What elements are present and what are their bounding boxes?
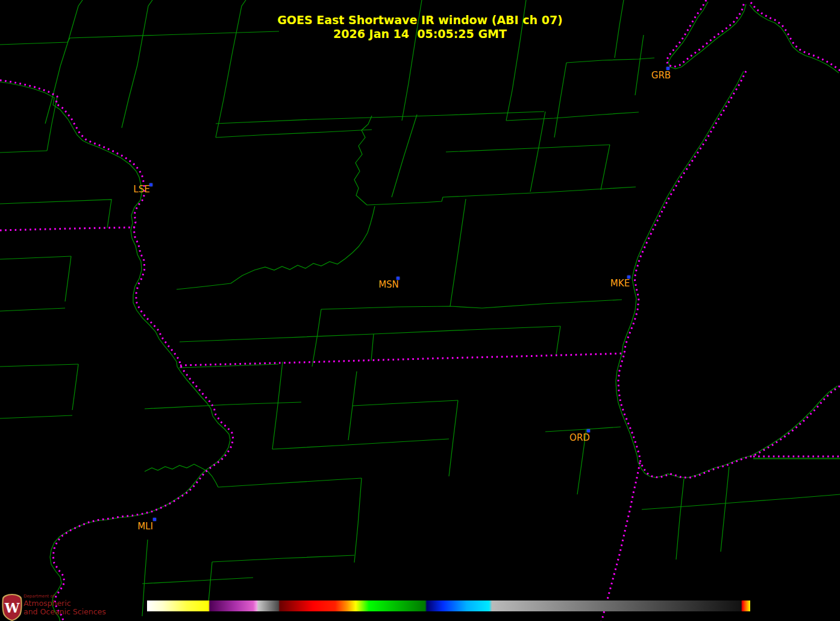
county-line [321, 300, 622, 309]
county-line [545, 427, 621, 432]
county-line [554, 63, 566, 137]
satellite-map [0, 0, 840, 621]
city-label-msn: MSN [378, 279, 399, 290]
city-label-ord: ORD [569, 432, 590, 443]
county-line [145, 464, 218, 487]
county-line [0, 256, 71, 259]
county-line [142, 578, 253, 584]
lake-michigan-shore-county-line [616, 71, 838, 478]
county-line [180, 326, 560, 342]
mississippi-river-border-county-line [0, 81, 230, 621]
mississippi-river-border [0, 80, 233, 621]
county-line [676, 479, 684, 560]
county-line [642, 494, 840, 509]
county-line [635, 35, 644, 95]
county-line [506, 112, 639, 121]
county-line [556, 326, 560, 355]
lake-michigan-shore [618, 71, 840, 478]
county-line [212, 555, 354, 562]
county-line [371, 334, 374, 361]
county-line [216, 112, 544, 124]
county-line [601, 145, 610, 190]
il-in-border [601, 462, 640, 621]
county-line [367, 187, 636, 205]
image-title: GOES East Shortwave IR window (ABI ch 07… [0, 13, 840, 27]
county-line [450, 199, 466, 306]
county-line [179, 364, 278, 368]
county-line [0, 151, 47, 153]
county-boundaries [0, 0, 840, 621]
county-line [0, 364, 78, 367]
logo-line-1: Atmospheric [24, 600, 106, 608]
city-dot-lse [149, 183, 152, 186]
county-line [566, 58, 654, 63]
state-borders [0, 0, 840, 621]
image-timestamp: 2026 Jan 14 05:05:25 GMT [0, 27, 840, 40]
city-label-grb: GRB [651, 70, 671, 81]
county-line [449, 400, 458, 476]
county-line [177, 283, 231, 289]
satellite-viewer: GOES East Shortwave IR window (ABI ch 07… [0, 0, 840, 621]
county-line [218, 478, 362, 487]
logo-text: Department of Atmospheric and Oceanic Sc… [24, 594, 106, 616]
county-line [530, 112, 545, 192]
county-line [231, 206, 375, 283]
county-line [312, 309, 321, 367]
county-line [354, 116, 372, 205]
wi-il-border [180, 353, 625, 365]
county-line [353, 400, 458, 406]
county-line [0, 308, 65, 311]
county-line [392, 115, 417, 197]
county-line [65, 256, 71, 301]
uw-aos-logo: W Department of Atmospheric and Oceanic … [1, 593, 182, 621]
county-line [72, 364, 78, 410]
county-line [0, 415, 72, 418]
uw-crest-icon: W [1, 593, 23, 621]
county-line [272, 362, 283, 449]
county-line [721, 467, 729, 552]
mn-ia-border [0, 227, 136, 230]
logo-dept-line: Department of [24, 594, 106, 599]
county-line [272, 439, 449, 449]
city-label-mke: MKE [610, 278, 630, 289]
county-line [354, 478, 362, 563]
svg-text:W: W [4, 600, 20, 616]
city-label-lse: LSE [133, 184, 149, 195]
city-label-mli: MLI [137, 521, 153, 532]
city-dot-mli [153, 518, 156, 521]
county-line [446, 145, 610, 152]
county-line [47, 96, 57, 151]
logo-line-2: and Oceanic Sciences [24, 608, 106, 616]
county-line [0, 200, 111, 228]
temperature-colorbar [147, 601, 750, 611]
county-line [216, 130, 372, 137]
